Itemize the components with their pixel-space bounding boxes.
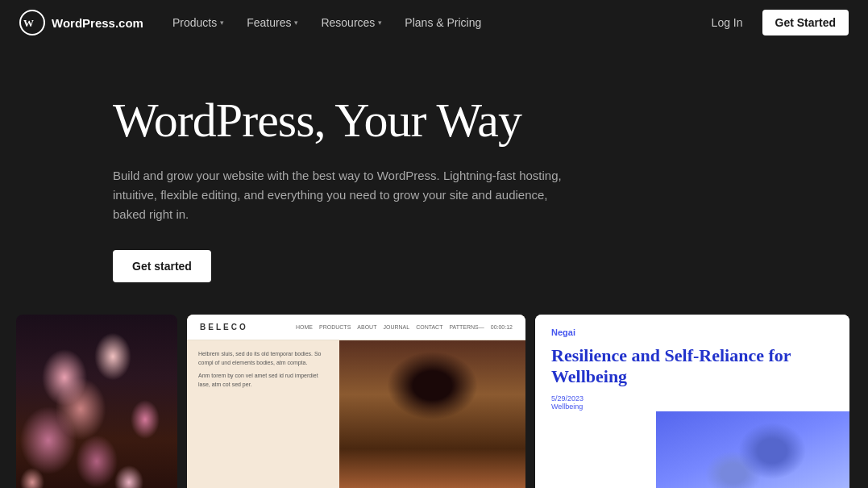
svg-text:W: W — [23, 17, 34, 29]
beleco-person — [339, 340, 525, 488]
nav-right: Log In Get Started — [702, 10, 849, 35]
preview-section: n-Li Vase 1615) BELECO HOME PRODUCTS ABO… — [0, 315, 868, 488]
beleco-nav-about: ABOUT — [357, 324, 376, 330]
hero-title: WordPress, Your Way — [113, 94, 596, 147]
logo-text: WordPress.com — [52, 16, 143, 30]
chevron-down-icon: ▾ — [220, 19, 224, 27]
beleco-body-text1: Helbrem sluis, sed do its old temporar b… — [198, 350, 328, 367]
logo[interactable]: W WordPress.com — [19, 10, 143, 35]
beleco-nav-patterns: PATTERNS— — [449, 324, 484, 330]
beleco-text: Helbrem sluis, sed do its old temporar b… — [187, 340, 339, 488]
nav-plans-pricing[interactable]: Plans & Pricing — [395, 10, 491, 35]
negai-top: Negai Resilience and Self-Reliance for W… — [535, 315, 849, 420]
wordpress-logo-icon: W — [19, 10, 45, 35]
hero-cta-button[interactable]: Get started — [113, 250, 211, 282]
negai-category: Wellbeing — [551, 402, 583, 411]
beleco-header: BELECO HOME PRODUCTS ABOUT JOURNAL CONTA… — [187, 315, 525, 340]
negai-image — [656, 411, 849, 488]
beleco-image — [339, 340, 525, 488]
chevron-down-icon: ▾ — [294, 19, 298, 27]
beleco-nav-time: 00:00:12 — [491, 324, 513, 330]
negai-date: 5/29/2023 — [551, 394, 584, 402]
login-button[interactable]: Log In — [702, 10, 753, 35]
preview-card-flowers: n-Li Vase 1615) — [16, 315, 177, 488]
main-nav: W WordPress.com Products ▾ Features ▾ Re… — [0, 0, 868, 45]
preview-card-beleco: BELECO HOME PRODUCTS ABOUT JOURNAL CONTA… — [187, 315, 525, 488]
preview-card-negai: Negai Resilience and Self-Reliance for W… — [535, 315, 849, 488]
beleco-body: Helbrem sluis, sed do its old temporar b… — [187, 340, 525, 488]
beleco-logo: BELECO — [200, 323, 248, 332]
negai-face — [656, 411, 849, 488]
beleco-nav-journal: JOURNAL — [383, 324, 409, 330]
nav-features[interactable]: Features ▾ — [237, 10, 308, 35]
hero-description: Build and grow your website with the bes… — [113, 166, 564, 224]
beleco-nav-home: HOME — [296, 324, 313, 330]
beleco-body-text2: Anm torem by con vel amet sed id rud imp… — [198, 372, 328, 389]
chevron-down-icon: ▾ — [378, 19, 382, 27]
negai-title: Resilience and Self-Reliance for Wellbei… — [551, 345, 833, 388]
beleco-nav-products: PRODUCTS — [319, 324, 351, 330]
negai-brand: Negai — [551, 327, 833, 337]
negai-meta: 5/29/2023 Wellbeing — [551, 394, 833, 411]
get-started-nav-button[interactable]: Get Started — [762, 10, 849, 35]
beleco-nav: HOME PRODUCTS ABOUT JOURNAL CONTACT PATT… — [296, 324, 513, 330]
hero-section: WordPress, Your Way Build and grow your … — [0, 45, 868, 488]
nav-resources[interactable]: Resources ▾ — [311, 10, 392, 35]
flowers-background — [16, 315, 177, 488]
beleco-nav-contact: CONTACT — [416, 324, 442, 330]
nav-products[interactable]: Products ▾ — [163, 10, 234, 35]
nav-links: Products ▾ Features ▾ Resources ▾ Plans … — [163, 10, 702, 35]
